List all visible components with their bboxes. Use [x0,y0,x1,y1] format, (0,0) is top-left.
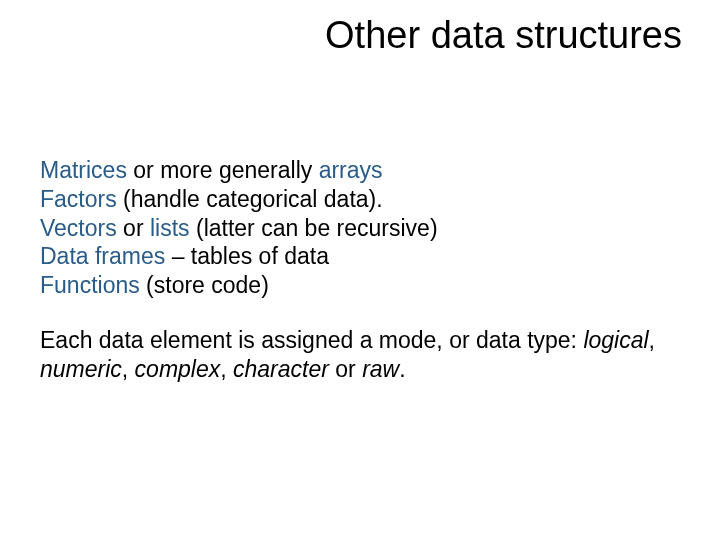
text: – tables of data [165,243,329,269]
term-vectors: Vectors [40,215,117,241]
term-data-frames: Data frames [40,243,165,269]
term-matrices: Matrices [40,157,127,183]
text: Each data element is assigned a mode, or… [40,327,583,353]
line-vectors: Vectors or lists (latter can be recursiv… [40,214,680,243]
mode-logical: logical [583,327,648,353]
text: , [220,356,233,382]
text: . [399,356,405,382]
slide-title: Other data structures [325,14,682,57]
text: or more generally [127,157,319,183]
mode-raw: raw [362,356,399,382]
text: (latter can be recursive) [190,215,438,241]
term-functions: Functions [40,272,140,298]
term-factors: Factors [40,186,117,212]
text: , [649,327,655,353]
slide-body: Matrices or more generally arrays Factor… [40,156,680,383]
text: or [117,215,150,241]
text: or [329,356,362,382]
line-functions: Functions (store code) [40,271,680,300]
text: (store code) [140,272,269,298]
line-dataframes: Data frames – tables of data [40,242,680,271]
mode-character: character [233,356,329,382]
mode-numeric: numeric [40,356,122,382]
text: (handle categorical data). [117,186,383,212]
term-lists: lists [150,215,190,241]
line-matrices: Matrices or more generally arrays [40,156,680,185]
text: , [122,356,135,382]
mode-paragraph: Each data element is assigned a mode, or… [40,326,680,384]
term-arrays: arrays [319,157,383,183]
slide: Other data structures Matrices or more g… [0,0,720,540]
line-factors: Factors (handle categorical data). [40,185,680,214]
mode-complex: complex [135,356,221,382]
